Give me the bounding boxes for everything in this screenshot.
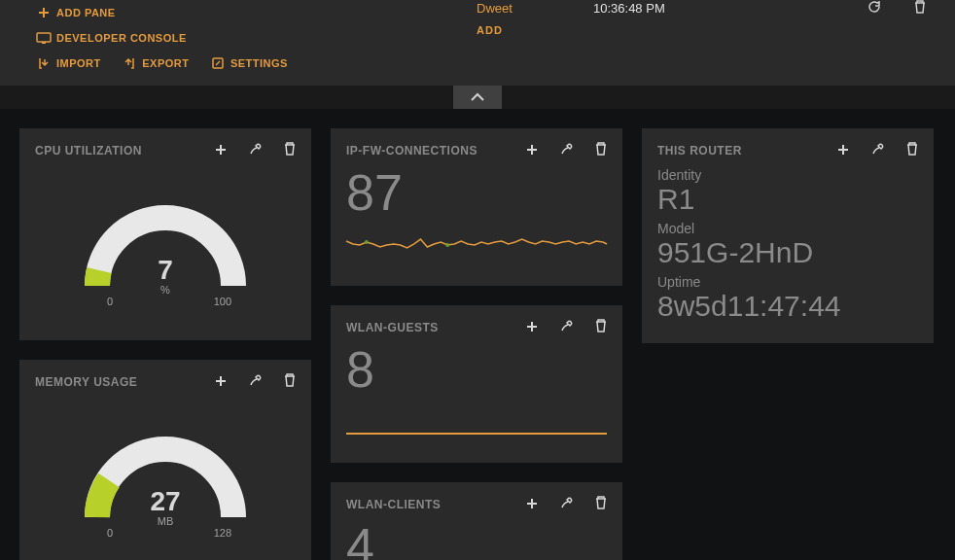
import-icon <box>37 56 51 70</box>
pane-actions <box>197 142 296 159</box>
collapse-header-button[interactable] <box>453 86 502 109</box>
pane-title: WLAN-GUESTS <box>346 321 509 334</box>
datasource-name[interactable]: Dweet <box>477 1 593 16</box>
pane-title: CPU UTILIZATION <box>35 144 197 158</box>
edit-pane-button[interactable] <box>560 142 574 156</box>
pane-actions <box>820 142 918 159</box>
add-datasource-button[interactable]: ADD <box>477 24 926 36</box>
refresh-button[interactable] <box>867 2 881 17</box>
dashboard: CPU UTILIZATION 7 % 0 100 <box>0 109 955 560</box>
header-bar: ADD PANE DEVELOPER CONSOLE IMPORT EXPORT… <box>0 0 955 86</box>
pane-title: THIS ROUTER <box>657 144 820 158</box>
datasource-panel: Dweet 10:36:48 PM ADD <box>477 0 955 76</box>
gauge-cpu: 7 % 0 100 <box>39 179 292 325</box>
edit-pane-button[interactable] <box>871 142 885 156</box>
import-button[interactable]: IMPORT <box>37 51 101 76</box>
pane-actions <box>509 142 607 159</box>
add-widget-button[interactable] <box>526 321 538 332</box>
gauge-max: 100 <box>214 296 231 307</box>
model-label: Model <box>657 221 918 236</box>
pane-title: IP-FW-CONNECTIONS <box>346 144 509 158</box>
delete-pane-button[interactable] <box>906 142 918 156</box>
pane-actions <box>509 496 607 513</box>
pane-router: THIS ROUTER Identity R1 Model 951G-2HnD … <box>642 128 934 343</box>
uptime-label: Uptime <box>657 274 918 290</box>
gauge-unit: % <box>39 284 292 296</box>
header-menu: ADD PANE DEVELOPER CONSOLE IMPORT EXPORT… <box>0 0 477 76</box>
add-pane-button[interactable]: ADD PANE <box>37 0 116 25</box>
pane-wlan-guests: WLAN-GUESTS 8 <box>331 305 622 463</box>
svg-rect-0 <box>37 33 51 42</box>
column-2: IP-FW-CONNECTIONS 87 WLAN-GUESTS <box>331 128 622 560</box>
edit-pane-button[interactable] <box>249 142 263 156</box>
svg-point-4 <box>445 243 449 247</box>
gauge-value: 7 % <box>39 255 292 296</box>
delete-pane-button[interactable] <box>595 496 607 509</box>
pane-title: WLAN-CLIENTS <box>346 498 509 511</box>
pane-memory: MEMORY USAGE 27 MB 0 128 <box>19 360 311 560</box>
add-widget-button[interactable] <box>215 375 227 387</box>
gauge-min: 0 <box>107 296 113 307</box>
export-label: EXPORT <box>142 57 189 69</box>
delete-datasource-button[interactable] <box>914 2 926 17</box>
edit-pane-button[interactable] <box>249 373 263 387</box>
datasource-updated: 10:36:48 PM <box>593 1 749 16</box>
svg-rect-1 <box>42 42 46 44</box>
gauge-value: 27 MB <box>39 486 292 527</box>
gauge-unit: MB <box>39 515 292 527</box>
identity-label: Identity <box>657 167 918 183</box>
add-widget-button[interactable] <box>526 144 538 156</box>
gauge-min: 0 <box>107 527 113 539</box>
gauge-value-number: 7 <box>158 255 173 285</box>
chevron-up-icon <box>471 93 484 101</box>
gauge-max: 128 <box>214 527 231 539</box>
gauge-memory: 27 MB 0 128 <box>39 410 292 556</box>
pane-ipfw: IP-FW-CONNECTIONS 87 <box>331 128 622 286</box>
ipfw-value: 87 <box>346 167 607 218</box>
delete-pane-button[interactable] <box>284 373 296 387</box>
wlan-guests-sparkline <box>346 404 607 443</box>
delete-pane-button[interactable] <box>595 319 607 332</box>
export-icon <box>123 56 136 70</box>
column-1: CPU UTILIZATION 7 % 0 100 <box>19 128 311 560</box>
delete-pane-button[interactable] <box>284 142 296 156</box>
wlan-guests-value: 8 <box>346 344 607 395</box>
pane-actions <box>197 373 296 391</box>
gauge-value-number: 27 <box>150 486 180 516</box>
collapse-bar <box>0 86 955 109</box>
delete-pane-button[interactable] <box>595 142 607 156</box>
plus-icon <box>37 6 51 19</box>
edit-icon <box>211 56 225 70</box>
datasource-row: Dweet 10:36:48 PM <box>477 0 926 24</box>
developer-console-button[interactable]: DEVELOPER CONSOLE <box>37 25 187 51</box>
column-3: THIS ROUTER Identity R1 Model 951G-2HnD … <box>642 128 934 343</box>
uptime-value: 8w5d11:47:44 <box>657 290 918 322</box>
export-button[interactable]: EXPORT <box>123 51 189 76</box>
identity-value: R1 <box>657 183 918 215</box>
settings-button[interactable]: SETTINGS <box>211 51 288 76</box>
svg-point-3 <box>365 240 369 244</box>
add-widget-button[interactable] <box>215 144 227 156</box>
pane-cpu: CPU UTILIZATION 7 % 0 100 <box>19 128 311 340</box>
ipfw-sparkline <box>346 228 607 266</box>
pane-wlan-clients: WLAN-CLIENTS 4 <box>331 482 622 560</box>
developer-console-label: DEVELOPER CONSOLE <box>56 32 187 44</box>
add-pane-label: ADD PANE <box>56 7 116 18</box>
add-widget-button[interactable] <box>526 498 538 509</box>
pane-actions <box>509 319 607 336</box>
add-widget-button[interactable] <box>837 144 849 156</box>
wlan-clients-value: 4 <box>346 521 607 560</box>
console-icon <box>37 31 51 45</box>
edit-pane-button[interactable] <box>560 319 574 332</box>
import-label: IMPORT <box>56 57 101 69</box>
edit-pane-button[interactable] <box>560 496 574 509</box>
settings-label: SETTINGS <box>230 57 288 69</box>
model-value: 951G-2HnD <box>657 236 918 268</box>
pane-title: MEMORY USAGE <box>35 375 197 389</box>
